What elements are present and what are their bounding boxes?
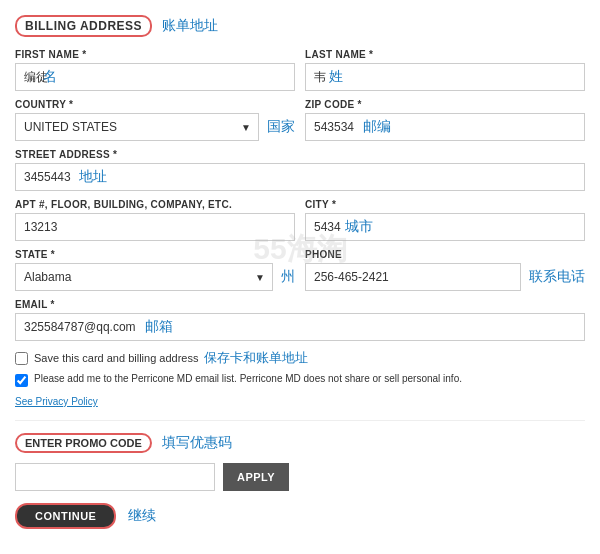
city-group: CITY * 城市 xyxy=(305,199,585,241)
save-checkbox[interactable] xyxy=(15,352,28,365)
country-select[interactable]: UNITED STATES CANADA UNITED KINGDOM AUST… xyxy=(15,113,259,141)
continue-row: CONTINUE 继续 xyxy=(15,503,585,529)
email-group: EMAIL * 邮箱 xyxy=(15,299,585,341)
email-input[interactable] xyxy=(15,313,585,341)
promo-title: ENTER PROMO CODE xyxy=(15,433,152,453)
phone-group: PHONE 联系电话 xyxy=(305,249,585,291)
last-name-group: LAST NAME * 姓 xyxy=(305,49,585,91)
zip-group: ZIP CODE * 邮编 xyxy=(305,99,585,141)
street-group: STREET ADDRESS * 地址 xyxy=(15,149,585,191)
promo-section: ENTER PROMO CODE 填写优惠码 APPLY xyxy=(15,433,585,491)
save-label: Save this card and billing address xyxy=(34,352,198,364)
city-input[interactable] xyxy=(305,213,585,241)
zip-input[interactable] xyxy=(305,113,585,141)
continue-zh: 继续 xyxy=(128,507,156,525)
save-hint-zh: 保存卡和账单地址 xyxy=(204,349,308,367)
phone-hint-zh: 联系电话 xyxy=(529,268,585,286)
street-label: STREET ADDRESS * xyxy=(15,149,585,160)
country-zip-row: COUNTRY * UNITED STATES CANADA UNITED KI… xyxy=(15,99,585,141)
save-checkbox-row: Save this card and billing address 保存卡和账… xyxy=(15,349,585,367)
apt-city-row: APT #, FLOOR, BUILDING, COMPANY, ETC. CI… xyxy=(15,199,585,241)
state-phone-row: STATE * Alabama Alaska Arizona Californi… xyxy=(15,249,585,291)
street-input[interactable] xyxy=(15,163,585,191)
apt-input[interactable] xyxy=(15,213,295,241)
phone-label: PHONE xyxy=(305,249,585,260)
email-label: EMAIL * xyxy=(15,299,585,310)
first-name-group: FIRST NAME * 名 xyxy=(15,49,295,91)
promo-input[interactable] xyxy=(15,463,215,491)
first-name-input[interactable] xyxy=(15,63,295,91)
first-name-label: FIRST NAME * xyxy=(15,49,295,60)
section-divider xyxy=(15,420,585,421)
apply-button[interactable]: APPLY xyxy=(223,463,289,491)
phone-input[interactable] xyxy=(305,263,521,291)
optin-checkbox-row: Please add me to the Perricone MD email … xyxy=(15,372,585,389)
privacy-link[interactable]: See Privacy Policy xyxy=(15,396,98,407)
city-label: CITY * xyxy=(305,199,585,210)
state-select[interactable]: Alabama Alaska Arizona California New Yo… xyxy=(15,263,273,291)
email-row: EMAIL * 邮箱 xyxy=(15,299,585,341)
country-label: COUNTRY * xyxy=(15,99,295,110)
apt-label: APT #, FLOOR, BUILDING, COMPANY, ETC. xyxy=(15,199,295,210)
country-group: COUNTRY * UNITED STATES CANADA UNITED KI… xyxy=(15,99,295,141)
apt-group: APT #, FLOOR, BUILDING, COMPANY, ETC. xyxy=(15,199,295,241)
name-row: FIRST NAME * 名 LAST NAME * 姓 xyxy=(15,49,585,91)
state-hint-zh: 州 xyxy=(281,268,295,286)
last-name-label: LAST NAME * xyxy=(305,49,585,60)
country-hint-zh: 国家 xyxy=(267,118,295,136)
optin-text: Please add me to the Perricone MD email … xyxy=(34,372,462,386)
promo-input-row: APPLY xyxy=(15,463,585,491)
promo-title-zh: 填写优惠码 xyxy=(162,434,232,452)
continue-button[interactable]: CONTINUE xyxy=(15,503,116,529)
billing-section-header: BILLING ADDRESS 账单地址 xyxy=(15,15,585,37)
state-group: STATE * Alabama Alaska Arizona Californi… xyxy=(15,249,295,291)
street-row: STREET ADDRESS * 地址 xyxy=(15,149,585,191)
optin-checkbox[interactable] xyxy=(15,374,28,387)
last-name-input[interactable] xyxy=(305,63,585,91)
promo-header: ENTER PROMO CODE 填写优惠码 xyxy=(15,433,585,453)
state-label: STATE * xyxy=(15,249,295,260)
billing-title-zh: 账单地址 xyxy=(162,17,218,35)
privacy-link-row: See Privacy Policy xyxy=(15,394,585,408)
billing-title: BILLING ADDRESS xyxy=(15,15,152,37)
zip-label: ZIP CODE * xyxy=(305,99,585,110)
